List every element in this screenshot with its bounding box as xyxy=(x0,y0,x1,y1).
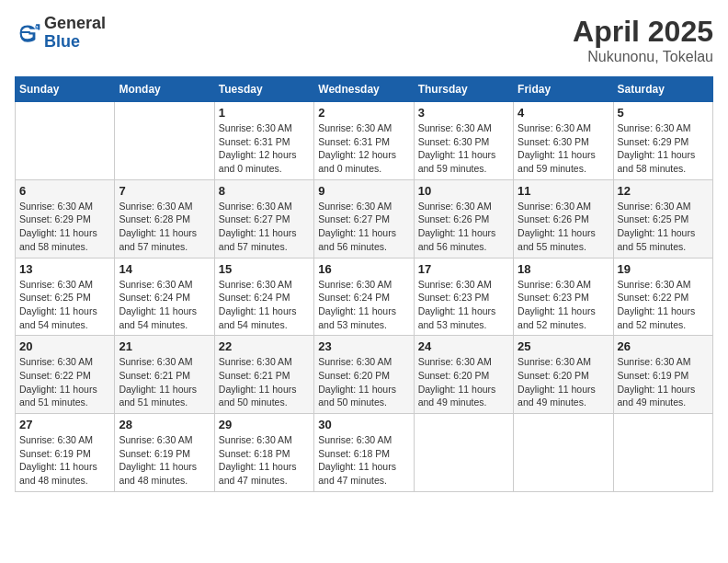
day-info: Sunrise: 6:30 AM Sunset: 6:19 PM Dayligh… xyxy=(119,433,210,488)
calendar-cell: 12Sunrise: 6:30 AM Sunset: 6:25 PM Dayli… xyxy=(613,179,712,258)
calendar-cell: 27Sunrise: 6:30 AM Sunset: 6:19 PM Dayli… xyxy=(16,414,115,492)
calendar-cell: 23Sunrise: 6:30 AM Sunset: 6:20 PM Dayli… xyxy=(314,336,414,414)
day-number: 26 xyxy=(618,339,709,353)
day-number: 14 xyxy=(119,262,210,276)
weekday-header-row: SundayMondayTuesdayWednesdayThursdayFrid… xyxy=(16,77,713,102)
logo: General Blue xyxy=(15,15,106,52)
day-number: 21 xyxy=(119,339,210,353)
calendar-cell: 4Sunrise: 6:30 AM Sunset: 6:30 PM Daylig… xyxy=(514,102,613,180)
day-number: 4 xyxy=(518,106,609,120)
day-info: Sunrise: 6:30 AM Sunset: 6:29 PM Dayligh… xyxy=(19,200,110,254)
day-info: Sunrise: 6:30 AM Sunset: 6:24 PM Dayligh… xyxy=(318,278,409,332)
calendar-cell: 19Sunrise: 6:30 AM Sunset: 6:22 PM Dayli… xyxy=(613,258,712,336)
day-info: Sunrise: 6:30 AM Sunset: 6:23 PM Dayligh… xyxy=(418,278,509,332)
calendar-cell: 13Sunrise: 6:30 AM Sunset: 6:25 PM Dayli… xyxy=(16,258,115,336)
day-number: 13 xyxy=(19,262,110,276)
calendar-cell: 5Sunrise: 6:30 AM Sunset: 6:29 PM Daylig… xyxy=(613,102,712,180)
page-header: General Blue April 2025 Nukunonu, Tokela… xyxy=(15,15,713,65)
weekday-header-friday: Friday xyxy=(514,77,613,102)
calendar-cell: 15Sunrise: 6:30 AM Sunset: 6:24 PM Dayli… xyxy=(214,258,313,336)
calendar-cell: 29Sunrise: 6:30 AM Sunset: 6:18 PM Dayli… xyxy=(214,414,313,492)
day-info: Sunrise: 6:30 AM Sunset: 6:21 PM Dayligh… xyxy=(219,355,310,409)
logo-blue-text: Blue xyxy=(44,33,106,52)
day-info: Sunrise: 6:30 AM Sunset: 6:26 PM Dayligh… xyxy=(418,200,509,254)
calendar-cell: 7Sunrise: 6:30 AM Sunset: 6:28 PM Daylig… xyxy=(115,179,214,258)
day-info: Sunrise: 6:30 AM Sunset: 6:26 PM Dayligh… xyxy=(518,200,609,254)
calendar-cell: 28Sunrise: 6:30 AM Sunset: 6:19 PM Dayli… xyxy=(115,414,214,492)
calendar-week-4: 20Sunrise: 6:30 AM Sunset: 6:22 PM Dayli… xyxy=(16,336,713,414)
day-number: 23 xyxy=(318,339,409,353)
day-info: Sunrise: 6:30 AM Sunset: 6:23 PM Dayligh… xyxy=(518,278,609,332)
calendar-cell: 21Sunrise: 6:30 AM Sunset: 6:21 PM Dayli… xyxy=(115,336,214,414)
day-info: Sunrise: 6:30 AM Sunset: 6:22 PM Dayligh… xyxy=(618,278,709,332)
day-info: Sunrise: 6:30 AM Sunset: 6:25 PM Dayligh… xyxy=(618,200,709,254)
day-number: 15 xyxy=(219,262,310,276)
calendar-cell xyxy=(514,414,613,492)
calendar-cell: 20Sunrise: 6:30 AM Sunset: 6:22 PM Dayli… xyxy=(16,336,115,414)
day-number: 30 xyxy=(318,418,409,431)
calendar-cell xyxy=(115,102,214,180)
logo-text: General Blue xyxy=(44,15,106,52)
day-number: 1 xyxy=(219,106,310,120)
calendar-cell: 9Sunrise: 6:30 AM Sunset: 6:27 PM Daylig… xyxy=(314,179,414,258)
day-number: 17 xyxy=(418,262,509,276)
day-info: Sunrise: 6:30 AM Sunset: 6:20 PM Dayligh… xyxy=(418,355,509,409)
day-info: Sunrise: 6:30 AM Sunset: 6:18 PM Dayligh… xyxy=(318,433,409,488)
calendar-cell: 2Sunrise: 6:30 AM Sunset: 6:31 PM Daylig… xyxy=(314,102,414,180)
day-info: Sunrise: 6:30 AM Sunset: 6:30 PM Dayligh… xyxy=(418,121,509,176)
day-number: 7 xyxy=(119,184,210,198)
day-number: 27 xyxy=(19,418,110,431)
calendar-cell: 25Sunrise: 6:30 AM Sunset: 6:20 PM Dayli… xyxy=(514,336,613,414)
calendar-cell xyxy=(414,414,513,492)
day-info: Sunrise: 6:30 AM Sunset: 6:31 PM Dayligh… xyxy=(318,121,409,176)
day-number: 28 xyxy=(119,418,210,431)
day-info: Sunrise: 6:30 AM Sunset: 6:31 PM Dayligh… xyxy=(219,121,310,176)
calendar-cell: 6Sunrise: 6:30 AM Sunset: 6:29 PM Daylig… xyxy=(16,179,115,258)
day-number: 12 xyxy=(618,184,709,198)
day-info: Sunrise: 6:30 AM Sunset: 6:20 PM Dayligh… xyxy=(518,355,609,409)
calendar-week-5: 27Sunrise: 6:30 AM Sunset: 6:19 PM Dayli… xyxy=(16,414,713,492)
calendar-cell: 24Sunrise: 6:30 AM Sunset: 6:20 PM Dayli… xyxy=(414,336,513,414)
title-block: April 2025 Nukunonu, Tokelau xyxy=(573,15,713,65)
weekday-header-thursday: Thursday xyxy=(414,77,513,102)
day-info: Sunrise: 6:30 AM Sunset: 6:25 PM Dayligh… xyxy=(19,278,110,332)
day-info: Sunrise: 6:30 AM Sunset: 6:27 PM Dayligh… xyxy=(318,200,409,254)
day-info: Sunrise: 6:30 AM Sunset: 6:19 PM Dayligh… xyxy=(618,355,709,409)
calendar-cell: 10Sunrise: 6:30 AM Sunset: 6:26 PM Dayli… xyxy=(414,179,513,258)
weekday-header-tuesday: Tuesday xyxy=(214,77,313,102)
day-number: 6 xyxy=(19,184,110,198)
calendar-header: SundayMondayTuesdayWednesdayThursdayFrid… xyxy=(16,77,713,102)
day-number: 3 xyxy=(418,106,509,120)
calendar-cell: 17Sunrise: 6:30 AM Sunset: 6:23 PM Dayli… xyxy=(414,258,513,336)
day-number: 29 xyxy=(219,418,310,431)
day-number: 5 xyxy=(618,106,709,120)
day-info: Sunrise: 6:30 AM Sunset: 6:28 PM Dayligh… xyxy=(119,200,210,254)
calendar-body: 1Sunrise: 6:30 AM Sunset: 6:31 PM Daylig… xyxy=(16,102,713,492)
day-info: Sunrise: 6:30 AM Sunset: 6:27 PM Dayligh… xyxy=(219,200,310,254)
calendar-week-2: 6Sunrise: 6:30 AM Sunset: 6:29 PM Daylig… xyxy=(16,179,713,258)
day-info: Sunrise: 6:30 AM Sunset: 6:30 PM Dayligh… xyxy=(518,121,609,176)
day-info: Sunrise: 6:30 AM Sunset: 6:24 PM Dayligh… xyxy=(119,278,210,332)
day-info: Sunrise: 6:30 AM Sunset: 6:24 PM Dayligh… xyxy=(219,278,310,332)
location-title: Nukunonu, Tokelau xyxy=(573,49,713,65)
day-number: 18 xyxy=(518,262,609,276)
calendar-cell: 18Sunrise: 6:30 AM Sunset: 6:23 PM Dayli… xyxy=(514,258,613,336)
day-info: Sunrise: 6:30 AM Sunset: 6:18 PM Dayligh… xyxy=(219,433,310,488)
calendar-cell: 3Sunrise: 6:30 AM Sunset: 6:30 PM Daylig… xyxy=(414,102,513,180)
day-number: 8 xyxy=(219,184,310,198)
day-info: Sunrise: 6:30 AM Sunset: 6:20 PM Dayligh… xyxy=(318,355,409,409)
day-info: Sunrise: 6:30 AM Sunset: 6:22 PM Dayligh… xyxy=(19,355,110,409)
day-info: Sunrise: 6:30 AM Sunset: 6:19 PM Dayligh… xyxy=(19,433,110,488)
day-number: 16 xyxy=(318,262,409,276)
calendar-cell: 30Sunrise: 6:30 AM Sunset: 6:18 PM Dayli… xyxy=(314,414,414,492)
day-number: 9 xyxy=(318,184,409,198)
calendar-cell: 22Sunrise: 6:30 AM Sunset: 6:21 PM Dayli… xyxy=(214,336,313,414)
calendar-cell: 11Sunrise: 6:30 AM Sunset: 6:26 PM Dayli… xyxy=(514,179,613,258)
day-number: 10 xyxy=(418,184,509,198)
month-title: April 2025 xyxy=(573,15,713,49)
logo-general-text: General xyxy=(44,15,106,33)
calendar-table: SundayMondayTuesdayWednesdayThursdayFrid… xyxy=(15,76,713,492)
calendar-week-3: 13Sunrise: 6:30 AM Sunset: 6:25 PM Dayli… xyxy=(16,258,713,336)
day-number: 22 xyxy=(219,339,310,353)
day-number: 25 xyxy=(518,339,609,353)
